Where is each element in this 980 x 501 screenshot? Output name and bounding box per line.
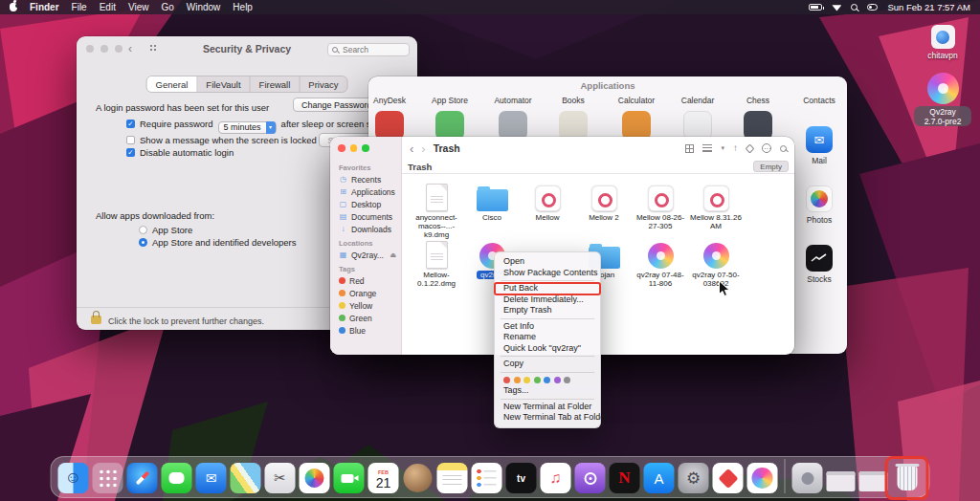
dock-item-music[interactable]: ♫	[541, 463, 571, 493]
share-button[interactable]: ↑	[733, 143, 738, 153]
menu-item-rename[interactable]: Rename	[495, 332, 600, 343]
file-mellow-2[interactable]: Mellow 2	[577, 181, 631, 222]
menu-item-get-info[interactable]: Get Info	[495, 321, 600, 333]
forward-button[interactable]: ›	[421, 142, 425, 155]
desktop-icon-chitavpn[interactable]: chitavpn	[914, 25, 971, 60]
battery-icon[interactable]	[809, 4, 822, 11]
menu-edit[interactable]: Edit	[100, 2, 116, 12]
dock-item-installer[interactable]	[792, 463, 823, 493]
empty-trash-button[interactable]: Empty	[753, 161, 789, 172]
sidebar-tag-orange[interactable]: Orange	[330, 287, 401, 299]
menu-view[interactable]: View	[128, 2, 149, 12]
tab-filevault[interactable]: FileVault	[197, 76, 250, 92]
icon-view-button[interactable]	[685, 144, 694, 153]
dock-item-mail[interactable]: ✉	[196, 463, 227, 493]
preferences-search-field[interactable]	[327, 43, 410, 56]
control-center-icon[interactable]	[867, 4, 878, 11]
dock-item-netflix[interactable]: N	[610, 463, 640, 493]
sidebar-tag-red[interactable]: Red	[330, 274, 401, 287]
menu-item-quick-look[interactable]: Quick Look "qv2ray"	[495, 343, 600, 355]
sidebar-tag-green[interactable]: Green	[330, 312, 401, 324]
sidebar-tag-yellow[interactable]: Yellow	[330, 299, 401, 312]
menu-item-delete-immediately[interactable]: Delete Immediately...	[495, 294, 600, 306]
tab-privacy[interactable]: Privacy	[300, 76, 346, 92]
menu-item-new-terminal[interactable]: New Terminal at Folder	[495, 402, 600, 413]
file-qv2ray-0750[interactable]: qv2ray 07-50-038692	[689, 238, 743, 288]
tag-swatch-green[interactable]	[534, 377, 541, 383]
app-item-photos[interactable]: Photos	[789, 185, 847, 225]
menu-item-tags[interactable]: Tags...	[495, 385, 600, 397]
file-qv2ray-0748[interactable]: qv2ray 07-48-11-806	[634, 238, 687, 288]
app-label[interactable]: Automator	[482, 96, 544, 105]
app-icon[interactable]	[622, 111, 651, 140]
app-label[interactable]: App Store	[419, 96, 480, 105]
app-icon[interactable]	[435, 111, 464, 140]
dock-item-maps[interactable]	[231, 463, 261, 493]
sidebar-item-recents[interactable]: ◷Recents	[330, 173, 401, 185]
sidebar-item-qv2ray-volume[interactable]: ▦Qv2ray...⏏	[330, 249, 401, 261]
dock-item-launchpad[interactable]	[93, 463, 123, 493]
dock-item-finder[interactable]: ☺	[58, 463, 89, 493]
dock-item-photos[interactable]	[300, 463, 330, 493]
app-store-identified-radio[interactable]	[139, 238, 147, 247]
desktop-icon-qv2ray[interactable]: Qv2ray 2.7.0-pre2	[914, 73, 971, 128]
dock-item-facetime[interactable]	[334, 463, 365, 493]
app-label[interactable]: Chess	[727, 96, 789, 105]
tag-swatch-purple[interactable]	[554, 377, 561, 383]
disable-auto-login-checkbox[interactable]	[126, 148, 135, 157]
apple-icon[interactable]	[10, 3, 17, 11]
menu-finder[interactable]: Finder	[30, 2, 59, 12]
dock-item-messages[interactable]	[162, 463, 192, 493]
action-menu-button[interactable]	[762, 143, 771, 153]
search-input[interactable]	[341, 44, 398, 55]
dock-item-calendar[interactable]: FEB 21	[368, 463, 399, 493]
back-button[interactable]: ‹	[410, 142, 413, 155]
tag-swatch-red[interactable]	[503, 377, 510, 383]
app-label[interactable]: Calendar	[667, 96, 728, 105]
tag-swatch-yellow[interactable]	[523, 377, 530, 383]
app-label[interactable]: AnyDesk	[368, 96, 420, 105]
zoom-button[interactable]	[362, 144, 369, 152]
dock-item-trash[interactable]	[892, 463, 923, 493]
file-anyconnect-dmg[interactable]: anyconnect-macos--...-k9.dmg	[410, 181, 463, 240]
dock-item-podcasts[interactable]	[575, 463, 606, 493]
app-label[interactable]: Books	[543, 96, 604, 105]
require-password-checkbox[interactable]	[126, 120, 135, 128]
dock-item-screenshot-tool[interactable]: ✂	[265, 463, 296, 493]
tab-general[interactable]: General	[147, 76, 198, 92]
app-icon[interactable]	[375, 111, 404, 140]
file-mellow-08-26[interactable]: Mellow 08-26-27-305	[634, 181, 687, 230]
tag-swatch-blue[interactable]	[544, 377, 550, 383]
menu-window[interactable]: Window	[187, 2, 221, 12]
wifi-icon[interactable]	[832, 4, 841, 11]
spotlight-search-icon[interactable]	[851, 4, 858, 11]
dock-item-notes[interactable]	[437, 463, 468, 493]
menu-item-new-terminal-tab[interactable]: New Terminal Tab at Folder	[495, 412, 600, 424]
dock-item-qv2ray[interactable]	[747, 463, 778, 493]
app-icon[interactable]	[683, 111, 712, 140]
dock-item-safari[interactable]	[127, 463, 158, 493]
sidebar-item-documents[interactable]: ▤Documents	[330, 210, 401, 223]
menu-item-empty-trash[interactable]: Empty Trash	[495, 305, 600, 316]
list-view-button[interactable]	[702, 144, 712, 152]
menu-file[interactable]: File	[72, 2, 87, 12]
sidebar-item-desktop[interactable]: ▢Desktop	[330, 198, 401, 210]
app-label[interactable]: Contacts	[789, 96, 847, 105]
minimize-button[interactable]	[350, 144, 358, 152]
sidebar-tag-blue[interactable]: Blue	[330, 324, 401, 337]
dock-item-app[interactable]	[403, 463, 434, 493]
dock-item-app-store[interactable]: A	[644, 463, 675, 493]
menu-item-copy[interactable]: Copy	[495, 359, 600, 370]
view-options-caret-icon[interactable]: ▾	[721, 144, 724, 152]
sidebar-item-applications[interactable]: ⊞Applications	[330, 185, 401, 198]
menu-bar-clock[interactable]: Sun Feb 21 7:57 AM	[887, 2, 970, 12]
close-button[interactable]	[338, 144, 345, 152]
menu-item-show-package-contents[interactable]: Show Package Contents	[495, 268, 600, 279]
dock-item-tv[interactable]: tv	[506, 463, 537, 493]
file-mellow-dmg[interactable]: Mellow-0.1.22.dmg	[410, 238, 463, 288]
tag-swatch-gray[interactable]	[564, 377, 570, 383]
dock-item-reminders[interactable]	[472, 463, 502, 493]
app-item-mail[interactable]: ✉ Mail	[789, 126, 847, 165]
app-store-radio[interactable]	[139, 226, 147, 234]
dock-item-qv2ray-red[interactable]	[713, 463, 744, 493]
